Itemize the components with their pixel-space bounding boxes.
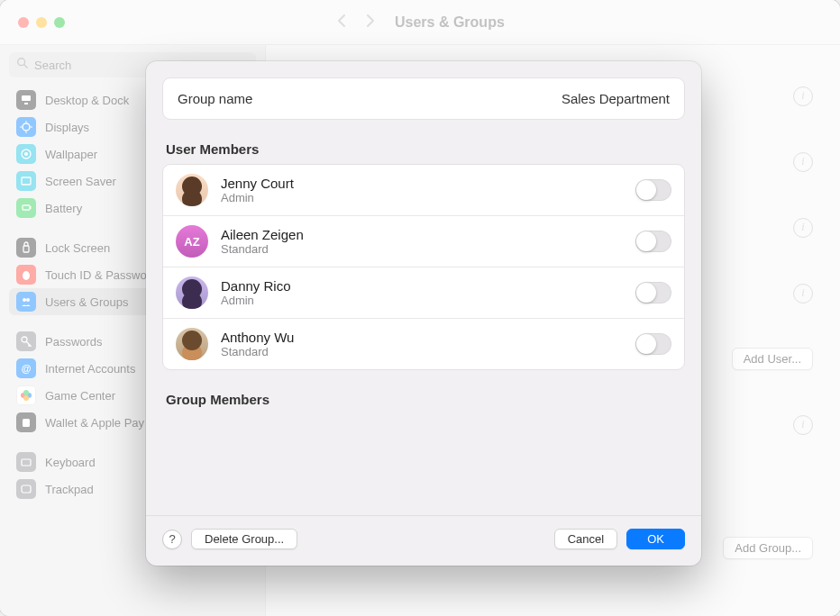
help-button[interactable]: ? [162,530,182,549]
member-role: Admin [221,294,291,307]
avatar [176,174,208,206]
member-name: Danny Rico [221,278,291,294]
delete-group-button[interactable]: Delete Group... [191,529,297,549]
user-members-heading: User Members [166,141,681,157]
group-members-heading: Group Members [166,392,681,407]
group-edit-dialog: Group name Sales Department User Members… [146,61,701,566]
dialog-footer: ? Delete Group... Cancel OK [146,515,701,549]
ok-button[interactable]: OK [626,529,685,549]
group-name-label: Group name [178,91,252,106]
member-row: Danny RicoAdmin [163,267,684,319]
group-name-field[interactable]: Group name Sales Department [162,77,685,120]
member-row: Anthony WuStandard [163,319,684,369]
avatar [176,328,208,360]
member-toggle[interactable] [635,333,671,355]
avatar [176,276,208,309]
member-name: Aileen Zeigen [221,227,304,242]
member-row: AZAileen ZeigenStandard [163,216,684,267]
member-name: Anthony Wu [221,330,294,345]
member-toggle[interactable] [635,282,671,303]
member-row: Jenny CourtAdmin [163,165,684,216]
member-toggle[interactable] [635,231,671,252]
avatar: AZ [176,225,208,258]
member-role: Admin [221,191,294,204]
member-role: Standard [221,242,304,256]
cancel-button[interactable]: Cancel [554,529,617,549]
member-role: Standard [221,345,294,358]
user-members-list: Jenny CourtAdminAZAileen ZeigenStandardD… [162,164,685,370]
member-toggle[interactable] [635,179,671,201]
group-name-value: Sales Department [562,91,670,106]
system-settings-window: Users & Groups Desktop & DockDisplaysWal… [0,0,840,616]
member-name: Jenny Court [221,176,294,191]
